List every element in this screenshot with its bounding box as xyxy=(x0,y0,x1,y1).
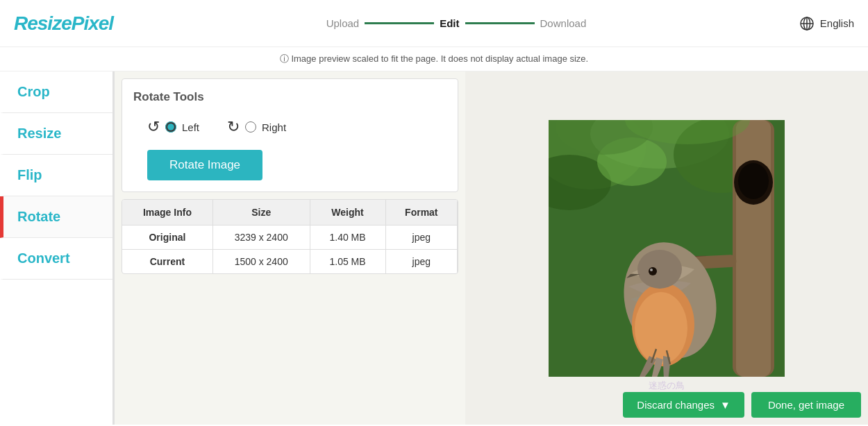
sidebar: Crop Resize Flip Rotate Convert xyxy=(0,71,115,425)
globe-icon xyxy=(799,16,815,31)
dropdown-arrow-icon: ▼ xyxy=(720,399,731,411)
rotate-left-option[interactable]: ↺ Left xyxy=(147,118,199,136)
rotate-right-option[interactable]: ↻ Right xyxy=(227,118,286,136)
sidebar-item-rotate[interactable]: Rotate xyxy=(0,196,112,238)
sidebar-item-resize[interactable]: Resize xyxy=(0,113,112,155)
rotate-left-radio[interactable] xyxy=(165,121,176,133)
rotate-right-radio[interactable] xyxy=(245,121,256,133)
rotate-image-button[interactable]: Rotate Image xyxy=(147,150,262,180)
table-row: Current 1500 x 2400 1.05 MB jpeg xyxy=(122,250,458,274)
sidebar-item-flip[interactable]: Flip xyxy=(0,155,112,196)
svg-point-20 xyxy=(650,269,653,271)
notice-bar: ⓘ Image preview scaled to fit the page. … xyxy=(0,47,868,71)
row-current-size: 1500 x 2400 xyxy=(212,250,310,274)
row-current-label: Current xyxy=(122,250,212,274)
nav-download: Download xyxy=(540,17,587,29)
rotate-left-icon: ↺ xyxy=(147,118,160,136)
logo[interactable]: ResizePixel xyxy=(14,12,113,35)
language-label: English xyxy=(820,17,854,29)
svg-point-17 xyxy=(635,292,687,364)
content-area: Rotate Tools ↺ Left ↻ Right Rotate Image xyxy=(115,71,465,425)
done-get-image-button[interactable]: Done, get image xyxy=(751,392,861,418)
header: ResizePixel Upload Edit Download English xyxy=(0,0,868,47)
row-current-format: jpeg xyxy=(385,250,457,274)
rotate-options: ↺ Left ↻ Right xyxy=(133,118,446,136)
nav-line-2 xyxy=(465,22,535,24)
nav-edit: Edit xyxy=(440,17,459,29)
rotate-tools-title: Rotate Tools xyxy=(133,90,446,104)
language-button[interactable]: English xyxy=(799,16,854,31)
image-info-table: Image Info Size Weight Format Original 3… xyxy=(122,199,458,274)
rotate-right-label: Right xyxy=(262,121,286,133)
svg-point-18 xyxy=(637,250,682,289)
main-layout: Crop Resize Flip Rotate Convert Rotate T… xyxy=(0,71,868,425)
svg-rect-11 xyxy=(736,120,771,377)
row-original-label: Original xyxy=(122,225,212,250)
rotate-left-label: Left xyxy=(182,121,199,133)
row-original-weight: 1.40 MB xyxy=(310,225,385,250)
image-preview xyxy=(549,120,785,377)
nav-steps: Upload Edit Download xyxy=(326,17,587,29)
notice-text: ⓘ Image preview scaled to fit the page. … xyxy=(280,53,588,64)
watermark-line1: 迷惑の鳥 xyxy=(629,380,705,392)
preview-area: 迷惑の鳥 http://www.xiaoyao.tw/ Discard chan… xyxy=(465,71,868,425)
sidebar-item-convert[interactable]: Convert xyxy=(0,238,112,280)
svg-point-13 xyxy=(738,163,769,199)
nav-line-1 xyxy=(365,22,434,24)
nav-upload: Upload xyxy=(326,17,360,29)
svg-point-19 xyxy=(649,267,657,275)
rotate-tools-panel: Rotate Tools ↺ Left ↻ Right Rotate Image xyxy=(122,78,458,192)
col-format: Format xyxy=(385,200,457,225)
row-original-format: jpeg xyxy=(385,225,457,250)
bird-svg xyxy=(549,120,785,377)
sidebar-item-crop[interactable]: Crop xyxy=(0,71,112,113)
table-row: Original 3239 x 2400 1.40 MB jpeg xyxy=(122,225,458,250)
col-weight: Weight xyxy=(310,200,385,225)
rotate-right-icon: ↻ xyxy=(227,118,240,136)
col-image-info: Image Info xyxy=(122,200,212,225)
discard-changes-button[interactable]: Discard changes ▼ xyxy=(623,392,744,418)
col-size: Size xyxy=(212,200,310,225)
row-original-size: 3239 x 2400 xyxy=(212,225,310,250)
row-current-weight: 1.05 MB xyxy=(310,250,385,274)
